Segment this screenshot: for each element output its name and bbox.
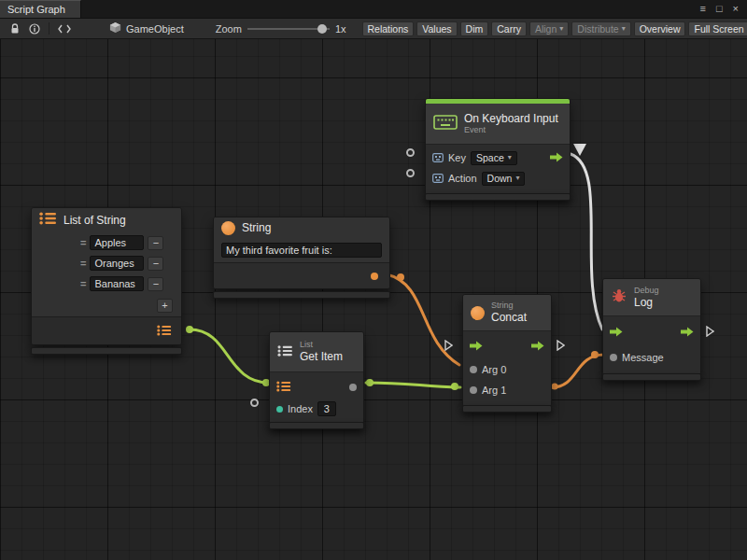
string-type-icon [471, 306, 485, 320]
key-dropdown[interactable]: Space ▾ [471, 151, 517, 165]
list-input-port[interactable] [276, 379, 291, 396]
key-row: Key Space ▾ [426, 147, 570, 168]
message-input-port[interactable] [610, 354, 617, 361]
list-output-port[interactable] [157, 323, 172, 340]
node-footer [425, 193, 571, 201]
message-label: Message [622, 352, 664, 363]
add-item-button[interactable]: + [157, 299, 173, 313]
node-title: String [242, 221, 271, 234]
wire-control-keyboard-to-log[interactable] [571, 154, 602, 329]
string-output-port[interactable] [371, 273, 378, 280]
tab-title: Script Graph [7, 4, 65, 15]
list-icon [277, 343, 293, 360]
flow-input-port[interactable] [470, 338, 483, 355]
list-item-input[interactable] [90, 276, 144, 291]
wire-anchor-dot [186, 326, 193, 333]
align-label: Align [535, 23, 557, 35]
node-list-of-string[interactable]: List of String = − = − = − + [31, 207, 182, 345]
close-icon[interactable]: × [733, 4, 739, 14]
node-footer [602, 373, 701, 381]
dropdown-caret-icon: ▾ [622, 25, 626, 33]
action-dropdown[interactable]: Down ▾ [482, 172, 526, 186]
flow-output-port[interactable] [531, 338, 544, 355]
item-output-port[interactable] [349, 384, 357, 391]
distribute-label: Distribute [577, 23, 618, 35]
drag-handle-icon[interactable]: = [80, 278, 86, 289]
node-body: Message [603, 316, 700, 374]
toolbar-separator [49, 22, 49, 35]
concat-flow-out-pin[interactable] [557, 338, 565, 355]
node-title: Get Item [300, 350, 343, 363]
code-view-icon[interactable] [54, 21, 74, 37]
graph-toolbar: GameObject Zoom 1x Relations Values Dim … [0, 19, 747, 39]
node-get-item[interactable]: List Get Item Index [269, 331, 364, 426]
log-flow-out-pin[interactable] [706, 324, 714, 341]
node-header: On Keyboard Input Event [426, 104, 570, 145]
index-input[interactable] [317, 401, 336, 416]
string-value-row [214, 238, 389, 262]
flow-input-port[interactable] [610, 324, 623, 341]
string-value-input[interactable] [221, 243, 382, 258]
distribute-button[interactable]: Distribute ▾ [571, 21, 630, 36]
node-string-literal[interactable]: String [213, 217, 390, 289]
node-title: List of String [63, 214, 126, 227]
node-category: String [491, 301, 527, 311]
arg1-input-port[interactable] [470, 386, 477, 394]
drag-handle-icon[interactable]: = [80, 258, 86, 269]
fullscreen-button[interactable]: Full Screen [688, 21, 747, 36]
remove-item-button[interactable]: − [148, 277, 163, 291]
gameobject-breadcrumb[interactable]: GameObject [109, 21, 184, 37]
zoom-slider[interactable] [247, 23, 330, 35]
list-item-row: = − [32, 232, 181, 253]
flow-row [603, 318, 700, 346]
relations-button[interactable]: Relations [362, 21, 415, 36]
window-controls: ≡ □ × [699, 0, 747, 18]
wire-anchor-dot [591, 351, 599, 358]
concat-flow-in-pin[interactable] [444, 338, 453, 355]
wire-anchor-dot [366, 379, 374, 386]
maximize-icon[interactable]: □ [716, 4, 723, 14]
flow-output-port[interactable] [681, 324, 694, 341]
graph-canvas[interactable]: On Keyboard Input Event Key Space ▾ [0, 39, 747, 560]
list-item-input[interactable] [90, 256, 144, 271]
info-icon[interactable] [24, 21, 44, 37]
overview-button[interactable]: Overview [634, 21, 686, 36]
remove-item-button[interactable]: − [148, 236, 163, 250]
wire-anchor-dot [397, 273, 404, 281]
drag-handle-icon[interactable]: = [80, 237, 86, 248]
node-on-keyboard-input[interactable]: On Keyboard Input Event Key Space ▾ [425, 98, 571, 197]
index-input-port[interactable] [276, 406, 283, 413]
arg0-input-port[interactable] [470, 366, 477, 373]
wire-anchor-dot [552, 384, 558, 390]
wire-getitem-to-concat[interactable] [366, 383, 460, 387]
wire-list-to-getitem[interactable] [190, 329, 269, 383]
tab-script-graph[interactable]: Script Graph [0, 0, 81, 18]
action-input-pin[interactable] [406, 169, 415, 177]
carry-button[interactable]: Carry [491, 21, 527, 36]
node-concat[interactable]: String Concat Arg 0 Arg 1 [462, 294, 552, 407]
node-footer [269, 422, 364, 429]
flow-row [463, 333, 551, 359]
list-item-input[interactable] [90, 235, 144, 250]
gameobject-label: GameObject [126, 23, 184, 35]
values-button[interactable]: Values [416, 21, 457, 36]
window-menu-icon[interactable]: ≡ [699, 4, 705, 14]
string-output-row [214, 262, 389, 288]
node-body: Arg 0 Arg 1 [463, 331, 551, 406]
dim-button[interactable]: Dim [460, 21, 489, 36]
key-input-pin[interactable] [406, 148, 415, 157]
lock-icon[interactable] [5, 21, 24, 37]
index-pin[interactable] [250, 399, 259, 407]
node-category: Debug [634, 286, 659, 296]
keyboard-icon [433, 114, 458, 134]
node-debug-log[interactable]: Debug Log Message [602, 278, 701, 375]
flow-output-port[interactable] [550, 149, 563, 166]
node-footer [213, 291, 390, 299]
wire-concat-to-log[interactable] [552, 355, 604, 387]
node-header: String [214, 217, 389, 238]
zoom-slider-knob[interactable] [317, 24, 327, 34]
key-value: Space [476, 152, 504, 163]
remove-item-button[interactable]: − [148, 257, 163, 271]
node-header: Debug Log [603, 279, 700, 316]
align-button[interactable]: Align ▾ [529, 21, 569, 36]
